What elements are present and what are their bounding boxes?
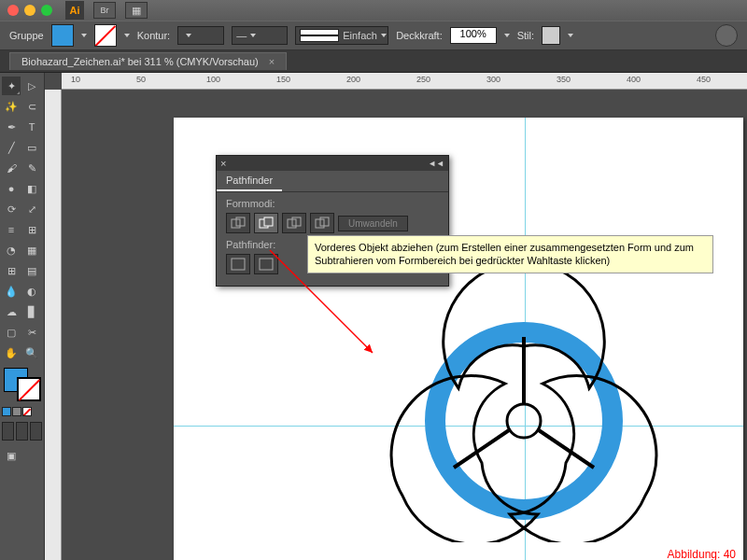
shape-modes-label: Formmodi:	[226, 198, 439, 209]
pen-tool[interactable]: ✒	[2, 118, 21, 136]
stroke-dropdown-icon[interactable]	[124, 34, 130, 37]
stroke-weight-dropdown[interactable]	[177, 26, 224, 45]
horizontal-ruler[interactable]: 10 50 100 150 200 250 300 350 400 450	[62, 73, 747, 90]
vertical-ruler[interactable]	[45, 90, 62, 560]
color-mode-button[interactable]	[2, 407, 11, 416]
eraser-tool[interactable]: ◧	[22, 179, 41, 198]
opacity-label: Deckkraft:	[396, 30, 443, 41]
rotate-tool[interactable]: ⟳	[2, 200, 21, 218]
svg-rect-5	[264, 217, 273, 226]
lasso-tool[interactable]: ⊂	[22, 97, 41, 116]
panel-close-icon[interactable]: ×	[220, 158, 226, 169]
eyedropper-tool[interactable]: 💧	[2, 282, 21, 301]
stroke-profile-dropdown[interactable]: —	[232, 26, 288, 45]
selection-type-label: Gruppe	[9, 30, 44, 41]
hand-tool[interactable]: ✋	[2, 343, 21, 362]
direct-selection-tool[interactable]: ▷	[22, 77, 41, 95]
minimize-window-button[interactable]	[24, 5, 35, 16]
opacity-input[interactable]: 100%	[450, 27, 497, 44]
panel-menu-button[interactable]	[715, 24, 738, 47]
type-tool[interactable]: T	[22, 118, 41, 136]
scale-tool[interactable]: ⤢	[22, 200, 41, 218]
minus-front-button[interactable]	[254, 213, 278, 233]
blend-tool[interactable]: ◐	[22, 282, 41, 301]
mesh-tool[interactable]: ⊞	[2, 261, 21, 280]
free-transform-tool[interactable]: ⊞	[22, 220, 41, 239]
close-window-button[interactable]	[7, 5, 19, 16]
brush-dropdown[interactable]: Einfach	[295, 26, 388, 45]
width-tool[interactable]: ≡	[2, 220, 21, 239]
intersect-button[interactable]	[282, 213, 306, 233]
symbol-sprayer-tool[interactable]: ☁	[2, 302, 21, 321]
gradient-mode-button[interactable]	[12, 407, 21, 416]
figure-caption: Abbildung: 40	[668, 548, 736, 560]
selection-tool[interactable]: ✦	[2, 77, 21, 95]
document-tab-bar: Biohazard_Zeichen.ai* bei 311 % (CMYK/Vo…	[0, 50, 747, 73]
gradient-tool[interactable]: ▤	[22, 261, 41, 280]
style-dropdown-icon[interactable]	[568, 34, 573, 37]
tab-close-icon[interactable]: ×	[269, 56, 275, 67]
titlebar: Ai Br ▦	[0, 0, 747, 21]
style-swatch[interactable]	[542, 26, 560, 45]
document-tab[interactable]: Biohazard_Zeichen.ai* bei 311 % (CMYK/Vo…	[9, 52, 287, 70]
magic-wand-tool[interactable]: ✨	[2, 97, 21, 116]
tooltip: Vorderes Objekt abziehen (zum Erstellen …	[307, 235, 713, 273]
draw-inside-button[interactable]	[30, 422, 42, 441]
graph-tool[interactable]: ▊	[22, 302, 41, 321]
none-mode-button[interactable]	[22, 407, 32, 416]
paintbrush-tool[interactable]: 🖌	[2, 159, 21, 177]
normal-draw-button[interactable]	[2, 422, 14, 441]
app-icon: Ai	[65, 1, 84, 20]
maximize-window-button[interactable]	[41, 5, 52, 16]
style-label: Stil:	[517, 30, 534, 41]
shape-builder-tool[interactable]: ◔	[2, 241, 21, 259]
perspective-tool[interactable]: ▦	[22, 241, 41, 259]
pencil-tool[interactable]: ✎	[22, 159, 41, 177]
line-tool[interactable]: ╱	[2, 138, 21, 157]
stroke-color-swatch[interactable]	[94, 24, 117, 47]
stroke-indicator[interactable]	[17, 377, 41, 401]
slice-tool[interactable]: ✂	[22, 323, 41, 342]
svg-rect-10	[232, 259, 245, 270]
document-title: Biohazard_Zeichen.ai* bei 311 % (CMYK/Vo…	[21, 56, 259, 67]
expand-button[interactable]: Umwandeln	[338, 216, 408, 231]
zoom-tool[interactable]: 🔍	[22, 343, 41, 362]
canvas-area: 10 50 100 150 200 250 300 350 400 450	[45, 73, 747, 560]
screen-mode-button[interactable]: ▣	[2, 446, 21, 465]
blob-brush-tool[interactable]: ●	[2, 179, 21, 198]
divide-button[interactable]	[226, 254, 250, 274]
opacity-dropdown-icon[interactable]	[504, 34, 510, 37]
arrange-button[interactable]: ▦	[125, 2, 148, 19]
stroke-label: Kontur:	[137, 30, 170, 41]
toolbox: ✦▷ ✨⊂ ✒T ╱▭ 🖌✎ ●◧ ⟳⤢ ≡⊞ ◔▦ ⊞▤ 💧◐ ☁▊ ▢✂ ✋…	[0, 73, 45, 560]
unite-button[interactable]	[226, 213, 250, 233]
panel-collapse-icon[interactable]: ◄◄	[428, 159, 444, 168]
draw-behind-button[interactable]	[16, 422, 28, 441]
pathfinder-tab[interactable]: Pathfinder	[217, 171, 282, 191]
bridge-button[interactable]: Br	[93, 2, 116, 19]
exclude-button[interactable]	[310, 213, 334, 233]
svg-point-1	[507, 404, 541, 438]
artboard-tool[interactable]: ▢	[2, 323, 21, 342]
control-bar: Gruppe Kontur: — Einfach Deckkraft: 100%…	[0, 21, 747, 50]
fill-dropdown-icon[interactable]	[81, 34, 87, 37]
fill-color-swatch[interactable]	[51, 24, 74, 47]
rectangle-tool[interactable]: ▭	[22, 138, 41, 157]
fill-stroke-indicator[interactable]	[2, 368, 42, 403]
